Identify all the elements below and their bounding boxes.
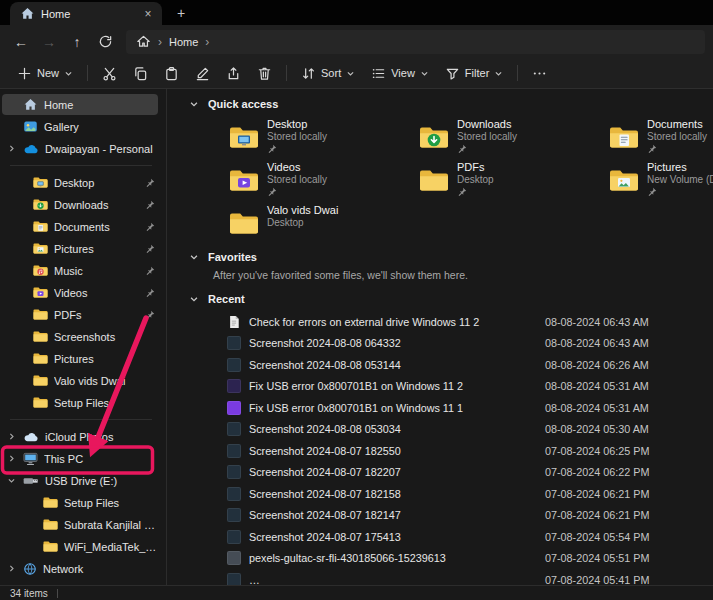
sidebar-item-network[interactable]: Network bbox=[2, 558, 158, 579]
quick-access-card-downloads[interactable]: DownloadsStored locally bbox=[419, 118, 609, 156]
music-icon bbox=[33, 264, 48, 277]
view-button[interactable]: View bbox=[364, 61, 436, 85]
chevron-down-icon[interactable] bbox=[7, 476, 17, 485]
sidebar-item-pdfs[interactable]: PDFs bbox=[12, 304, 158, 325]
quick-access-grid: DesktopStored locallyDownloadsStored loc… bbox=[181, 113, 713, 248]
recent-file-row[interactable]: Fix USB error 0x800701B1 on Windows 11 1… bbox=[227, 397, 713, 419]
file-thumbnail bbox=[227, 465, 241, 479]
card-text: VideosStored locally bbox=[267, 161, 327, 199]
section-header-quick-access[interactable]: Quick access bbox=[181, 95, 713, 113]
sidebar-item-valo-vids-dwai[interactable]: Valo vids Dwai bbox=[12, 370, 158, 391]
quick-access-card-pdfs[interactable]: PDFsDesktop bbox=[419, 161, 609, 199]
sidebar-item-gallery[interactable]: Gallery bbox=[2, 116, 158, 137]
gallery-icon bbox=[23, 119, 38, 134]
chevron-right-icon[interactable] bbox=[7, 432, 17, 441]
recent-file-row[interactable]: pexels-gultac-sr-fli-430185066-152396130… bbox=[227, 548, 713, 570]
sidebar-item-videos[interactable]: Videos bbox=[12, 282, 158, 303]
recent-file-row[interactable]: Screenshot 2024-08-07 18255007-08-2024 0… bbox=[227, 440, 713, 462]
sidebar-item-setup-files[interactable]: Setup Files bbox=[22, 492, 158, 513]
sidebar-item-label: WiFi_MediaTek_v3.3.0.350 bbox=[64, 541, 158, 553]
file-name: Fix USB error 0x800701B1 on Windows 11 1 bbox=[249, 402, 537, 414]
tab-close-icon[interactable]: × bbox=[140, 6, 156, 22]
folder-icon bbox=[33, 396, 48, 409]
copy-button[interactable] bbox=[126, 61, 155, 85]
recent-file-row[interactable]: Screenshot 2024-08-07 18214707-08-2024 0… bbox=[227, 505, 713, 527]
recent-file-row[interactable]: Screenshot 2024-08-08 06433208-08-2024 0… bbox=[227, 333, 713, 355]
sidebar-item-usb-drive-e[interactable]: USB Drive (E:) bbox=[2, 470, 158, 491]
recent-files-list: Check for errors on external drive Windo… bbox=[181, 311, 713, 585]
sidebar-item-wifi-mediatek-v3-3-0-350[interactable]: WiFi_MediaTek_v3.3.0.350 bbox=[22, 536, 158, 557]
recent-file-row[interactable]: Check for errors on external drive Windo… bbox=[227, 311, 713, 333]
back-button[interactable]: ← bbox=[8, 30, 34, 54]
chevron-down-icon bbox=[346, 69, 355, 78]
sidebar-item-setup-files[interactable]: Setup Files bbox=[12, 392, 158, 413]
chevron-right-icon[interactable] bbox=[7, 144, 17, 153]
recent-file-row[interactable]: Fix USB error 0x800701B1 on Windows 11 2… bbox=[227, 376, 713, 398]
breadcrumb-separator: › bbox=[158, 35, 162, 49]
recent-file-row[interactable]: Screenshot 2024-08-07 18220707-08-2024 0… bbox=[227, 462, 713, 484]
cut-button[interactable] bbox=[95, 61, 124, 85]
sidebar-item-pictures[interactable]: Pictures bbox=[12, 348, 158, 369]
rename-button[interactable] bbox=[188, 61, 217, 85]
up-button[interactable]: ↑ bbox=[64, 30, 90, 54]
card-subtitle: Stored locally bbox=[457, 131, 517, 143]
sort-button[interactable]: Sort bbox=[294, 61, 362, 85]
sidebar-item-label: Network bbox=[43, 563, 158, 575]
section-title: Quick access bbox=[208, 98, 278, 110]
section-header-favorites[interactable]: Favorites bbox=[181, 248, 713, 266]
status-bar: 34 items bbox=[0, 585, 713, 600]
status-divider bbox=[57, 589, 58, 598]
recent-file-row[interactable]: Screenshot 2024-08-07 17541307-08-2024 0… bbox=[227, 526, 713, 548]
items-count: 34 items bbox=[10, 588, 48, 599]
titlebar: Home × + bbox=[0, 0, 713, 25]
address-bar[interactable]: › Home › bbox=[126, 30, 705, 54]
more-options-button[interactable] bbox=[525, 61, 554, 85]
share-button[interactable] bbox=[219, 61, 248, 85]
card-subtitle: Stored locally bbox=[647, 131, 707, 143]
section-header-recent[interactable]: Recent bbox=[181, 290, 713, 308]
breadcrumb-home[interactable]: Home bbox=[169, 36, 198, 48]
sidebar-item-documents[interactable]: Documents bbox=[12, 216, 158, 237]
sidebar-item-screenshots[interactable]: Screenshots bbox=[12, 326, 158, 347]
sidebar-item-subrata-kanjilal-files[interactable]: Subrata Kanjilal files bbox=[22, 514, 158, 535]
section-title: Recent bbox=[208, 293, 245, 305]
toolbar-separator bbox=[286, 65, 287, 81]
file-thumbnail bbox=[227, 487, 241, 501]
chevron-right-icon[interactable] bbox=[7, 564, 17, 573]
sidebar-item-home[interactable]: Home bbox=[2, 94, 158, 115]
pin-icon bbox=[647, 187, 713, 199]
recent-file-row[interactable]: Screenshot 2024-08-07 18215807-08-2024 0… bbox=[227, 483, 713, 505]
quick-access-card-valo-vids-dwai[interactable]: Valo vids DwaiDesktop bbox=[229, 204, 419, 242]
tab-title: Home bbox=[41, 8, 134, 20]
sidebar-item-this-pc[interactable]: This PC bbox=[2, 448, 158, 469]
sidebar-item-label: PDFs bbox=[54, 309, 138, 321]
new-button[interactable]: New bbox=[10, 61, 80, 85]
filter-button[interactable]: Filter bbox=[438, 61, 510, 85]
file-date: 07-08-2024 05:41 PM bbox=[545, 574, 649, 585]
new-tab-button[interactable]: + bbox=[172, 5, 190, 21]
recent-file-row[interactable]: Screenshot 2024-08-08 05303408-08-2024 0… bbox=[227, 419, 713, 441]
sidebar-item-downloads[interactable]: Downloads bbox=[12, 194, 158, 215]
sort-button-label: Sort bbox=[321, 67, 341, 79]
recent-file-row[interactable]: Screenshot 2024-08-08 05314408-08-2024 0… bbox=[227, 354, 713, 376]
quick-access-card-pictures[interactable]: PicturesNew Volume (D:) bbox=[609, 161, 713, 199]
chevron-right-icon[interactable] bbox=[7, 454, 17, 463]
delete-button[interactable] bbox=[250, 61, 279, 85]
explorer-tab-home[interactable]: Home × bbox=[10, 2, 162, 25]
paste-button[interactable] bbox=[157, 61, 186, 85]
sidebar-item-music[interactable]: Music bbox=[12, 260, 158, 281]
quick-access-card-desktop[interactable]: DesktopStored locally bbox=[229, 118, 419, 156]
navigation-bar: ← → ↑ › Home › bbox=[0, 25, 713, 58]
sidebar-item-icloud-photos[interactable]: iCloud Photos bbox=[2, 426, 158, 447]
sidebar-item-dwaipayan-personal[interactable]: Dwaipayan - Personal bbox=[2, 138, 158, 159]
quick-access-card-videos[interactable]: VideosStored locally bbox=[229, 161, 419, 199]
recent-file-row[interactable]: …07-08-2024 05:41 PM bbox=[227, 569, 713, 585]
file-date: 08-08-2024 05:30 AM bbox=[545, 423, 649, 435]
sidebar-item-desktop[interactable]: Desktop bbox=[12, 172, 158, 193]
quick-access-card-documents[interactable]: DocumentsStored locally bbox=[609, 118, 713, 156]
forward-button[interactable]: → bbox=[36, 30, 62, 54]
card-text: PicturesNew Volume (D:) bbox=[647, 161, 713, 199]
refresh-button[interactable] bbox=[92, 30, 118, 54]
sidebar-item-pictures[interactable]: Pictures bbox=[12, 238, 158, 259]
downloads-folder-icon bbox=[419, 118, 449, 156]
